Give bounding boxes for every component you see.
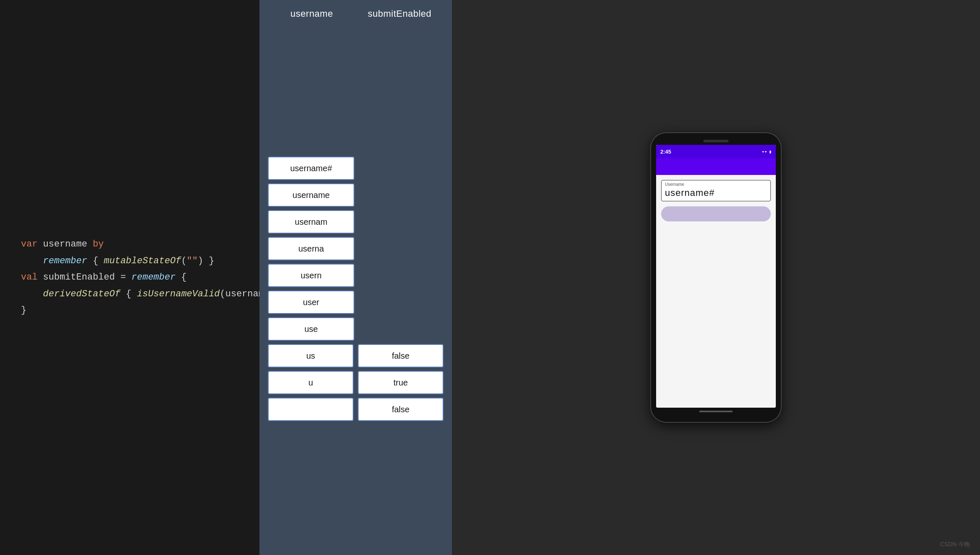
code-panel: var username by remember { mutableStateO…	[0, 0, 259, 555]
battery-icon: ▮	[769, 149, 772, 154]
keyword-var: var	[21, 239, 38, 249]
cell-username: u	[268, 371, 354, 394]
table-row: usern	[268, 264, 444, 287]
phone-status-bar: 2:45 ▾▾ ▮	[656, 145, 776, 158]
cell-username: userna	[268, 237, 354, 260]
home-bar-line	[699, 411, 733, 412]
code-block: var username by remember { mutableStateO…	[21, 219, 239, 335]
cell-username: use	[268, 317, 354, 341]
table-header: username submitEnabled	[268, 0, 444, 26]
cell-empty	[359, 237, 444, 260]
cell-submit: false	[358, 398, 444, 421]
username-input-container[interactable]: Username username#	[661, 180, 771, 201]
cell-empty	[359, 157, 444, 180]
table-panel: username submitEnabled username# usernam…	[259, 0, 452, 555]
cell-empty	[359, 290, 444, 314]
table-row: u true	[268, 371, 444, 394]
cell-empty	[359, 317, 444, 341]
phone-toolbar	[656, 158, 776, 175]
phone-content: Username username#	[656, 175, 776, 408]
table-row: us false	[268, 344, 444, 367]
table-rows: username# username usernam userna usern …	[268, 26, 444, 555]
phone-home-bar	[656, 408, 776, 415]
cell-empty	[359, 183, 444, 207]
table-row: userna	[268, 237, 444, 260]
input-value: username#	[665, 188, 767, 198]
cell-username: username	[268, 183, 354, 207]
cell-empty	[359, 210, 444, 234]
cell-empty	[359, 264, 444, 287]
cell-username	[268, 398, 354, 421]
cell-username: usernam	[268, 210, 354, 234]
phone-panel: 2:45 ▾▾ ▮ Username username# CSDN 今晚	[452, 0, 980, 555]
cell-submit: true	[358, 371, 444, 394]
cell-username: username#	[268, 157, 354, 180]
table-row: false	[268, 398, 444, 421]
table-row: username#	[268, 157, 444, 180]
wifi-icon: ▾▾	[762, 149, 767, 154]
table-row: use	[268, 317, 444, 341]
phone-speaker	[703, 140, 729, 142]
input-label: Username	[665, 182, 767, 187]
watermark: CSDN 今晚	[940, 541, 970, 548]
col-header-submit: submitEnabled	[356, 8, 444, 19]
phone-device: 2:45 ▾▾ ▮ Username username#	[651, 133, 781, 422]
cell-submit: false	[358, 344, 444, 367]
table-row: username	[268, 183, 444, 207]
cell-username: us	[268, 344, 354, 367]
table-row: user	[268, 290, 444, 314]
cell-username: user	[268, 290, 354, 314]
status-icons: ▾▾ ▮	[762, 149, 772, 154]
col-header-username: username	[268, 8, 356, 19]
cell-username: usern	[268, 264, 354, 287]
table-row: usernam	[268, 210, 444, 234]
submit-button[interactable]	[661, 206, 771, 221]
status-time: 2:45	[660, 149, 671, 155]
phone-screen: 2:45 ▾▾ ▮ Username username#	[656, 145, 776, 408]
